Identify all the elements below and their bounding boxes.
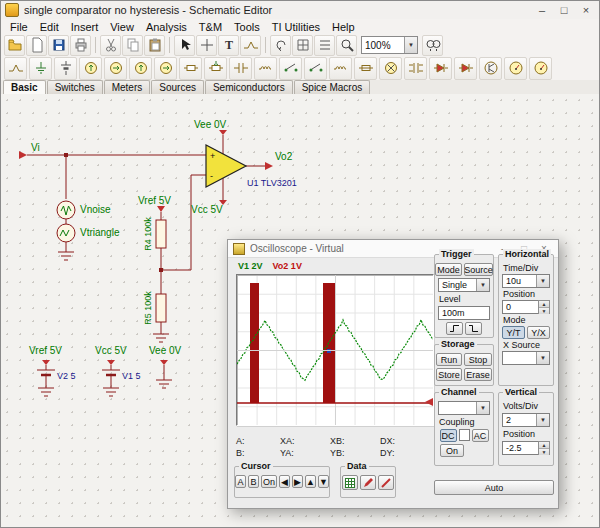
current-source-icon[interactable] bbox=[104, 57, 127, 80]
edit-data-button[interactable] bbox=[360, 475, 376, 490]
resistor-icon[interactable] bbox=[179, 57, 202, 80]
maximize-button[interactable]: □ bbox=[557, 4, 571, 16]
title-bar[interactable]: single comparator no hysteresis - Schema… bbox=[1, 1, 599, 20]
stop-button[interactable]: Stop bbox=[464, 353, 492, 366]
store-button[interactable]: Store bbox=[436, 368, 462, 381]
menu-analysis[interactable]: Analysis bbox=[140, 21, 193, 33]
battery-icon[interactable] bbox=[54, 57, 77, 80]
r4-resistor[interactable]: R4 100k bbox=[143, 217, 166, 251]
spin-up-icon[interactable]: ▲ bbox=[539, 301, 549, 308]
current-generator-icon[interactable] bbox=[154, 57, 177, 80]
diode-icon[interactable] bbox=[429, 57, 452, 80]
cursor-a-button[interactable]: A bbox=[235, 475, 246, 488]
inductor-icon[interactable] bbox=[254, 57, 277, 80]
zoom-icon[interactable] bbox=[336, 35, 357, 56]
auto-button[interactable]: Auto bbox=[434, 480, 554, 495]
volts-div-select[interactable]: 2 ▼ bbox=[502, 413, 550, 427]
vref-rail[interactable]: Vref 5V V2 5 bbox=[29, 345, 76, 396]
rotate-icon[interactable] bbox=[270, 35, 291, 56]
trigger-source-button[interactable]: Source bbox=[464, 263, 493, 276]
tab-basic[interactable]: Basic bbox=[3, 80, 46, 94]
x-source-select[interactable]: ▼ bbox=[502, 351, 550, 365]
dropdown-arrow-icon[interactable]: ▼ bbox=[536, 275, 549, 287]
yt-mode-button[interactable]: Y/T bbox=[502, 326, 525, 339]
ground-icon[interactable] bbox=[29, 57, 52, 80]
transformer-icon[interactable] bbox=[404, 57, 427, 80]
pushbutton-icon[interactable] bbox=[304, 57, 327, 80]
vee-rail[interactable]: Vee 0V bbox=[149, 345, 182, 388]
scope-screen[interactable] bbox=[236, 274, 434, 426]
menu-ti-utilities[interactable]: TI Utilities bbox=[266, 21, 326, 33]
spin-down-icon[interactable]: ▼ bbox=[539, 308, 549, 314]
vertical-position-input[interactable]: -2.5 ▲ ▼ bbox=[502, 441, 550, 455]
potentiometer-icon[interactable] bbox=[204, 57, 227, 80]
cut-icon[interactable] bbox=[100, 35, 121, 56]
source-ground[interactable] bbox=[58, 252, 74, 260]
pointer-icon[interactable] bbox=[174, 35, 195, 56]
switch-icon[interactable] bbox=[279, 57, 302, 80]
find-icon[interactable] bbox=[422, 35, 443, 56]
dropdown-arrow-icon[interactable]: ▼ bbox=[404, 37, 417, 53]
run-button[interactable]: Run bbox=[436, 353, 462, 366]
spin-up-icon[interactable]: ▲ bbox=[539, 442, 549, 449]
export-data-button[interactable] bbox=[342, 475, 358, 490]
channel-select[interactable]: ▼ bbox=[438, 401, 490, 415]
list-icon[interactable] bbox=[314, 35, 335, 56]
vtriangle-source[interactable]: Vtriangle bbox=[57, 224, 120, 242]
erase-button[interactable]: Erase bbox=[464, 368, 492, 381]
transistor-icon[interactable] bbox=[479, 57, 502, 80]
menu-tools[interactable]: Tools bbox=[228, 21, 266, 33]
horizontal-position-input[interactable]: 0 ▲ ▼ bbox=[502, 300, 550, 314]
tab-switches[interactable]: Switches bbox=[47, 80, 103, 94]
trigger-level-input[interactable]: 100m bbox=[438, 306, 490, 320]
dropdown-arrow-icon[interactable]: ▼ bbox=[536, 414, 549, 426]
ammeter-icon[interactable] bbox=[529, 57, 552, 80]
menu-help[interactable]: Help bbox=[326, 21, 361, 33]
r5-resistor[interactable]: R5 100k bbox=[143, 291, 166, 325]
vref-port[interactable]: Vref 5V bbox=[138, 195, 171, 212]
vcc-rail[interactable]: Vcc 5V V1 5 bbox=[95, 345, 141, 396]
yx-mode-button[interactable]: Y/X bbox=[527, 326, 550, 339]
paste-icon[interactable] bbox=[144, 35, 165, 56]
minimize-button[interactable]: – bbox=[535, 4, 549, 16]
spin-down-icon[interactable]: ▼ bbox=[539, 449, 549, 455]
vnoise-source[interactable]: Vnoise bbox=[57, 201, 111, 219]
menu-tm[interactable]: T&M bbox=[193, 21, 228, 33]
trigger-mode-button[interactable]: Mode bbox=[435, 263, 462, 276]
menu-edit[interactable]: Edit bbox=[34, 21, 65, 33]
relay-icon[interactable] bbox=[329, 57, 352, 80]
coupling-ac-button[interactable]: AC bbox=[472, 429, 489, 442]
save-icon[interactable] bbox=[48, 35, 69, 56]
zoom-select[interactable]: 100% ▼ bbox=[361, 36, 418, 54]
vi-port[interactable]: Vi bbox=[19, 142, 40, 159]
tab-meters[interactable]: Meters bbox=[104, 80, 151, 94]
dropdown-arrow-icon[interactable]: ▼ bbox=[536, 352, 549, 364]
crosshair-icon[interactable] bbox=[196, 35, 217, 56]
voltage-source-icon[interactable] bbox=[79, 57, 102, 80]
menu-view[interactable]: View bbox=[104, 21, 140, 33]
rising-edge-button[interactable] bbox=[446, 322, 463, 335]
time-div-select[interactable]: 10u ▼ bbox=[502, 274, 550, 288]
cursor-left-button[interactable]: ◀ bbox=[279, 475, 290, 488]
cursor-b-button[interactable]: B bbox=[248, 475, 259, 488]
print-icon[interactable] bbox=[70, 35, 91, 56]
capacitor-icon[interactable] bbox=[229, 57, 252, 80]
dropdown-arrow-icon[interactable]: ▼ bbox=[476, 279, 489, 291]
cursor-down-button[interactable]: ▼ bbox=[318, 475, 329, 488]
vo2-port[interactable]: Vo2 bbox=[265, 151, 293, 170]
divider-ground[interactable] bbox=[153, 334, 169, 342]
wire-tool-icon[interactable] bbox=[4, 57, 27, 80]
wire-icon[interactable] bbox=[240, 35, 261, 56]
dropdown-arrow-icon[interactable]: ▼ bbox=[476, 402, 489, 414]
cursor-up-button[interactable]: ▲ bbox=[305, 475, 316, 488]
tab-spice-macros[interactable]: Spice Macros bbox=[294, 80, 371, 94]
new-icon[interactable] bbox=[26, 35, 47, 56]
led-icon[interactable] bbox=[454, 57, 477, 80]
fuse-icon[interactable] bbox=[354, 57, 377, 80]
clear-data-button[interactable] bbox=[378, 475, 394, 490]
vcc-port[interactable]: Vcc 5V bbox=[191, 200, 227, 215]
cursor-right-button[interactable]: ▶ bbox=[292, 475, 303, 488]
vee-port[interactable]: Vee 0V bbox=[194, 119, 227, 135]
open-icon[interactable] bbox=[4, 35, 25, 56]
close-button[interactable]: × bbox=[579, 4, 593, 16]
